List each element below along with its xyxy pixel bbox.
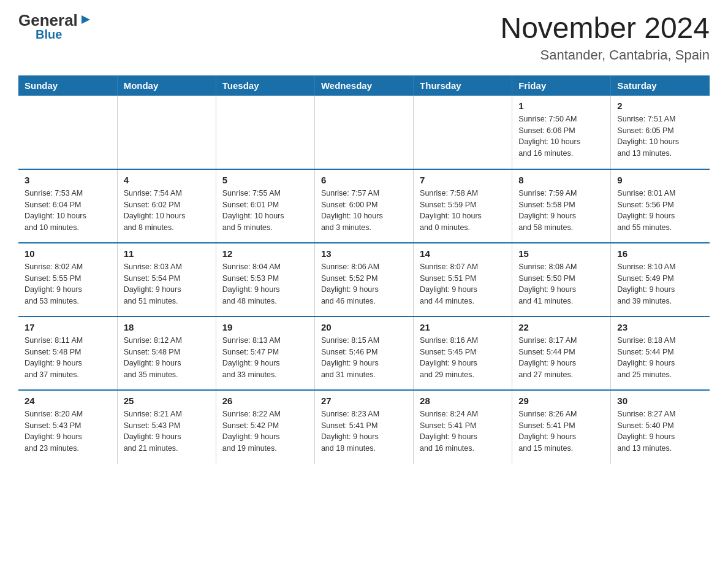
calendar-cell <box>314 96 413 169</box>
calendar-cell: 14Sunrise: 8:07 AM Sunset: 5:51 PM Dayli… <box>414 243 512 316</box>
calendar-cell: 3Sunrise: 7:53 AM Sunset: 6:04 PM Daylig… <box>18 169 117 243</box>
calendar-cell: 1Sunrise: 7:50 AM Sunset: 6:06 PM Daylig… <box>512 96 611 169</box>
calendar-body: 1Sunrise: 7:50 AM Sunset: 6:06 PM Daylig… <box>18 96 710 464</box>
day-number: 23 <box>617 322 703 332</box>
calendar-cell: 13Sunrise: 8:06 AM Sunset: 5:52 PM Dayli… <box>314 243 413 316</box>
day-number: 21 <box>420 322 506 332</box>
day-info: Sunrise: 8:27 AM Sunset: 5:40 PM Dayligh… <box>617 408 703 454</box>
day-info: Sunrise: 8:04 AM Sunset: 5:53 PM Dayligh… <box>222 261 308 307</box>
calendar-cell: 30Sunrise: 8:27 AM Sunset: 5:40 PM Dayli… <box>611 390 710 464</box>
calendar-week-row: 1Sunrise: 7:50 AM Sunset: 6:06 PM Daylig… <box>18 96 710 169</box>
day-info: Sunrise: 8:08 AM Sunset: 5:50 PM Dayligh… <box>518 261 604 307</box>
calendar-cell: 6Sunrise: 7:57 AM Sunset: 6:00 PM Daylig… <box>314 169 413 243</box>
day-number: 18 <box>124 322 210 332</box>
calendar-cell: 5Sunrise: 7:55 AM Sunset: 6:01 PM Daylig… <box>216 169 314 243</box>
calendar-cell: 27Sunrise: 8:23 AM Sunset: 5:41 PM Dayli… <box>314 390 413 464</box>
day-info: Sunrise: 7:53 AM Sunset: 6:04 PM Dayligh… <box>25 188 111 234</box>
day-number: 10 <box>25 248 111 259</box>
day-number: 14 <box>420 248 506 259</box>
day-info: Sunrise: 8:12 AM Sunset: 5:48 PM Dayligh… <box>124 335 210 381</box>
svg-marker-0 <box>82 15 90 24</box>
calendar-cell: 25Sunrise: 8:21 AM Sunset: 5:43 PM Dayli… <box>117 390 216 464</box>
calendar-cell: 21Sunrise: 8:16 AM Sunset: 5:45 PM Dayli… <box>414 316 512 390</box>
calendar-title: November 2024 <box>500 12 710 45</box>
calendar-cell: 4Sunrise: 7:54 AM Sunset: 6:02 PM Daylig… <box>117 169 216 243</box>
header-thursday: Thursday <box>414 75 512 96</box>
header-tuesday: Tuesday <box>216 75 314 96</box>
logo-triangle-icon <box>79 13 93 26</box>
day-number: 11 <box>124 248 210 259</box>
calendar-week-row: 3Sunrise: 7:53 AM Sunset: 6:04 PM Daylig… <box>18 169 710 243</box>
calendar-cell: 8Sunrise: 7:59 AM Sunset: 5:58 PM Daylig… <box>512 169 611 243</box>
day-info: Sunrise: 8:17 AM Sunset: 5:44 PM Dayligh… <box>518 335 604 381</box>
day-info: Sunrise: 8:15 AM Sunset: 5:46 PM Dayligh… <box>321 335 407 381</box>
day-info: Sunrise: 8:02 AM Sunset: 5:55 PM Dayligh… <box>25 261 111 307</box>
day-info: Sunrise: 8:24 AM Sunset: 5:41 PM Dayligh… <box>420 408 506 454</box>
day-number: 15 <box>518 248 604 259</box>
logo: General Blue <box>18 12 93 40</box>
calendar-table: Sunday Monday Tuesday Wednesday Thursday… <box>18 75 710 464</box>
calendar-cell: 18Sunrise: 8:12 AM Sunset: 5:48 PM Dayli… <box>117 316 216 390</box>
day-info: Sunrise: 7:50 AM Sunset: 6:06 PM Dayligh… <box>518 113 604 159</box>
calendar-cell <box>18 96 117 169</box>
calendar-cell: 10Sunrise: 8:02 AM Sunset: 5:55 PM Dayli… <box>18 243 117 316</box>
day-number: 20 <box>321 322 407 332</box>
calendar-cell <box>117 96 216 169</box>
day-info: Sunrise: 8:23 AM Sunset: 5:41 PM Dayligh… <box>321 408 407 454</box>
day-number: 29 <box>518 396 604 406</box>
day-info: Sunrise: 7:51 AM Sunset: 6:05 PM Dayligh… <box>617 113 703 159</box>
calendar-cell: 28Sunrise: 8:24 AM Sunset: 5:41 PM Dayli… <box>414 390 512 464</box>
page-header: General Blue November 2024 Santander, Ca… <box>18 12 710 63</box>
day-number: 24 <box>25 396 111 406</box>
day-info: Sunrise: 8:10 AM Sunset: 5:49 PM Dayligh… <box>617 261 703 307</box>
day-number: 22 <box>518 322 604 332</box>
header-monday: Monday <box>117 75 216 96</box>
title-block: November 2024 Santander, Cantabria, Spai… <box>500 12 710 63</box>
day-number: 9 <box>617 175 703 185</box>
calendar-cell: 23Sunrise: 8:18 AM Sunset: 5:44 PM Dayli… <box>611 316 710 390</box>
day-number: 3 <box>25 175 111 185</box>
day-number: 1 <box>518 101 604 111</box>
day-number: 6 <box>321 175 407 185</box>
header-friday: Friday <box>512 75 611 96</box>
day-info: Sunrise: 7:58 AM Sunset: 5:59 PM Dayligh… <box>420 188 506 234</box>
calendar-cell: 22Sunrise: 8:17 AM Sunset: 5:44 PM Dayli… <box>512 316 611 390</box>
day-info: Sunrise: 8:01 AM Sunset: 5:56 PM Dayligh… <box>617 188 703 234</box>
day-number: 30 <box>617 396 703 406</box>
day-info: Sunrise: 8:07 AM Sunset: 5:51 PM Dayligh… <box>420 261 506 307</box>
day-info: Sunrise: 8:20 AM Sunset: 5:43 PM Dayligh… <box>25 408 111 454</box>
day-info: Sunrise: 7:59 AM Sunset: 5:58 PM Dayligh… <box>518 188 604 234</box>
day-info: Sunrise: 8:03 AM Sunset: 5:54 PM Dayligh… <box>124 261 210 307</box>
calendar-cell <box>216 96 314 169</box>
header-saturday: Saturday <box>611 75 710 96</box>
calendar-header: Sunday Monday Tuesday Wednesday Thursday… <box>18 75 710 96</box>
day-info: Sunrise: 8:21 AM Sunset: 5:43 PM Dayligh… <box>124 408 210 454</box>
day-info: Sunrise: 8:11 AM Sunset: 5:48 PM Dayligh… <box>25 335 111 381</box>
calendar-cell: 24Sunrise: 8:20 AM Sunset: 5:43 PM Dayli… <box>18 390 117 464</box>
day-number: 2 <box>617 101 703 111</box>
day-info: Sunrise: 8:18 AM Sunset: 5:44 PM Dayligh… <box>617 335 703 381</box>
day-info: Sunrise: 8:22 AM Sunset: 5:42 PM Dayligh… <box>222 408 308 454</box>
day-number: 12 <box>222 248 308 259</box>
day-number: 26 <box>222 396 308 406</box>
calendar-cell: 11Sunrise: 8:03 AM Sunset: 5:54 PM Dayli… <box>117 243 216 316</box>
calendar-cell: 26Sunrise: 8:22 AM Sunset: 5:42 PM Dayli… <box>216 390 314 464</box>
day-info: Sunrise: 8:13 AM Sunset: 5:47 PM Dayligh… <box>222 335 308 381</box>
day-number: 8 <box>518 175 604 185</box>
day-number: 13 <box>321 248 407 259</box>
calendar-cell: 15Sunrise: 8:08 AM Sunset: 5:50 PM Dayli… <box>512 243 611 316</box>
calendar-week-row: 10Sunrise: 8:02 AM Sunset: 5:55 PM Dayli… <box>18 243 710 316</box>
calendar-cell: 17Sunrise: 8:11 AM Sunset: 5:48 PM Dayli… <box>18 316 117 390</box>
calendar-week-row: 24Sunrise: 8:20 AM Sunset: 5:43 PM Dayli… <box>18 390 710 464</box>
day-info: Sunrise: 8:16 AM Sunset: 5:45 PM Dayligh… <box>420 335 506 381</box>
logo-general-text: General <box>18 12 78 28</box>
day-info: Sunrise: 7:55 AM Sunset: 6:01 PM Dayligh… <box>222 188 308 234</box>
day-info: Sunrise: 8:06 AM Sunset: 5:52 PM Dayligh… <box>321 261 407 307</box>
calendar-cell <box>414 96 512 169</box>
day-number: 19 <box>222 322 308 332</box>
calendar-cell: 7Sunrise: 7:58 AM Sunset: 5:59 PM Daylig… <box>414 169 512 243</box>
day-number: 7 <box>420 175 506 185</box>
calendar-cell: 9Sunrise: 8:01 AM Sunset: 5:56 PM Daylig… <box>611 169 710 243</box>
calendar-cell: 12Sunrise: 8:04 AM Sunset: 5:53 PM Dayli… <box>216 243 314 316</box>
day-info: Sunrise: 7:57 AM Sunset: 6:00 PM Dayligh… <box>321 188 407 234</box>
